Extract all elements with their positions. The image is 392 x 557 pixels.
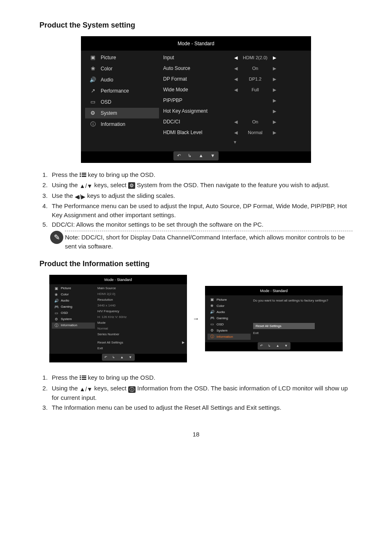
info-instruction-list: Press the key to bring up the OSD. Using… xyxy=(48,373,353,412)
arrow-left-icon: ◀ xyxy=(233,65,239,72)
menu-item-system: ⚙System xyxy=(208,327,251,334)
note-text: Note: DDC/CI, short for Display Data Cha… xyxy=(65,233,353,251)
menu-item-information: ⓘInformation xyxy=(52,323,95,329)
info-icon: ⓘ xyxy=(128,386,136,393)
menu-label: Audio xyxy=(61,298,69,303)
picture-icon: ▣ xyxy=(209,297,215,302)
svg-rect-10 xyxy=(80,379,81,380)
up-icon: ▲ xyxy=(276,343,279,348)
system-instruction-list: Press the key to bring up the OSD. Using… xyxy=(48,170,353,229)
osd-info-left: Mode - Standard ▣Picture ❀Color 🔊Audio 🎮… xyxy=(49,275,187,363)
section-heading-information: Product the Information setting xyxy=(39,258,353,269)
arrow-right-icon: ▶ xyxy=(272,76,277,83)
svg-rect-6 xyxy=(80,376,81,376)
instruction-item: Press the key to bring up the OSD. xyxy=(49,373,353,383)
osd-mode-title: Mode - Standard xyxy=(81,36,311,51)
row-widemode: Wide Mode◀Full▶ xyxy=(163,84,307,95)
back-icon: ↶ xyxy=(177,153,181,159)
up-icon: ▲ xyxy=(199,153,203,159)
info-mode-val: Normal xyxy=(97,326,184,332)
menu-item-picture: ▣Picture xyxy=(208,297,251,303)
updown-keys-icon: ▲/▼ xyxy=(80,182,93,190)
menu-item-audio: 🔊Audio xyxy=(52,298,95,304)
menu-item-audio: 🔊Audio xyxy=(208,309,251,315)
gear-icon: ⚙ xyxy=(88,109,97,117)
svg-rect-5 xyxy=(82,176,86,177)
osd-icon: ▭ xyxy=(53,311,59,316)
gaming-icon: 🎮 xyxy=(209,316,215,321)
info-main-source: Main Source xyxy=(97,285,184,291)
picture-icon: ▣ xyxy=(88,54,97,62)
menu-label: Color xyxy=(217,304,224,309)
osd-menu-list: ▣Picture ❀Color 🔊Audio ↗Performance ▭OSD… xyxy=(85,52,159,147)
arrow-right-icon: ▶ xyxy=(272,65,277,72)
menu-label: Information xyxy=(217,334,233,339)
info-reset-row: Reset All Settings▶ xyxy=(97,340,184,346)
section-heading-system: Product the System setting xyxy=(39,20,353,30)
color-icon: ❀ xyxy=(53,292,59,297)
svg-rect-2 xyxy=(80,174,81,175)
row-input: Input◀HDMI 2(2.0)▶ xyxy=(163,52,307,63)
menu-label: System xyxy=(101,110,117,117)
enter-icon: ↳ xyxy=(112,355,115,360)
down-icon: ▼ xyxy=(284,343,288,348)
arrow-right-icon: ▶ xyxy=(182,340,184,345)
menu-label: OSD xyxy=(101,99,111,106)
enter-icon: ↳ xyxy=(188,153,191,159)
row-hdmiblack: HDMI Black Level◀Normal▶ xyxy=(163,127,307,138)
info-hv-val: H: 126 KHz V: 60Hz xyxy=(97,314,184,320)
info-resolution: Resolution xyxy=(97,297,184,303)
menu-item-information: ⓘInformation xyxy=(85,119,159,130)
menu-item-color: ❀Color xyxy=(85,63,159,74)
menu-item-system: ⚙System xyxy=(85,108,159,118)
osd-icon: ▭ xyxy=(209,322,215,327)
osd-info-pane: Main Source HDMI 2(2.0) Resolution 3440 … xyxy=(95,285,184,351)
menu-label: Gaming xyxy=(61,304,72,309)
back-icon: ↶ xyxy=(260,343,263,348)
info-resolution-val: 3440 x 1440 xyxy=(97,303,184,309)
menu-item-performance: ↗Performance xyxy=(85,86,159,96)
menu-key-icon xyxy=(80,374,86,383)
instruction-item: Use the ◀/▶ keys to adjust the sliding s… xyxy=(49,191,353,201)
svg-rect-11 xyxy=(82,379,86,380)
svg-rect-7 xyxy=(82,376,86,376)
menu-label: Information xyxy=(61,323,77,328)
menu-item-gaming: 🎮Gaming xyxy=(52,304,95,310)
info-hv: H/V Frequency xyxy=(97,309,184,314)
gear-icon: ⚙ xyxy=(128,182,135,189)
row-pippbp: PIP/PBP▶ xyxy=(163,95,307,106)
back-icon: ↶ xyxy=(104,355,107,360)
osd-system-screenshot: Mode - Standard ▣Picture ❀Color 🔊Audio ↗… xyxy=(81,36,311,163)
info-exit-row: Exit xyxy=(253,329,340,335)
arrow-left-icon: ◀ xyxy=(233,130,239,136)
osd-menu-list: ▣Picture ❀Color 🔊Audio 🎮Gaming ▭OSD ⚙Sys… xyxy=(208,297,251,340)
color-icon: ❀ xyxy=(88,65,97,73)
menu-label: Picture xyxy=(217,297,227,302)
instruction-item: Using the ▲/▼ keys, select ⚙ System from… xyxy=(49,181,353,190)
svg-rect-9 xyxy=(82,377,86,378)
gaming-icon: 🎮 xyxy=(53,304,59,310)
menu-label: Picture xyxy=(61,286,71,291)
menu-key-icon xyxy=(80,172,86,180)
arrow-left-icon: ◀ xyxy=(233,55,239,61)
arrow-right-icon: ▶ xyxy=(272,87,277,93)
arrow-right-icon: ▶ xyxy=(272,119,277,125)
menu-label: Audio xyxy=(217,310,225,315)
info-serial: Series Number xyxy=(97,332,184,337)
osd-menu-list: ▣Picture ❀Color 🔊Audio 🎮Gaming ▭OSD ⚙Sys… xyxy=(52,285,95,351)
info-icon: ⓘ xyxy=(88,121,97,128)
row-autosource: Auto Source◀On▶ xyxy=(163,63,307,74)
arrow-right-icon: ▶ xyxy=(272,55,277,61)
enter-icon: ↳ xyxy=(268,343,271,348)
svg-rect-0 xyxy=(80,173,81,174)
picture-icon: ▣ xyxy=(53,286,59,291)
note-block: ✎ Note: DDC/CI, short for Display Data C… xyxy=(50,231,353,251)
menu-item-color: ❀Color xyxy=(208,303,251,309)
menu-item-color: ❀Color xyxy=(52,292,95,298)
arrow-right-icon: ▶ xyxy=(272,97,277,104)
menu-label: OSD xyxy=(217,322,224,327)
menu-item-gaming: 🎮Gaming xyxy=(208,315,251,321)
gear-icon: ⚙ xyxy=(209,328,215,333)
osd-icon: ▭ xyxy=(88,98,97,106)
performance-icon: ↗ xyxy=(88,87,97,95)
